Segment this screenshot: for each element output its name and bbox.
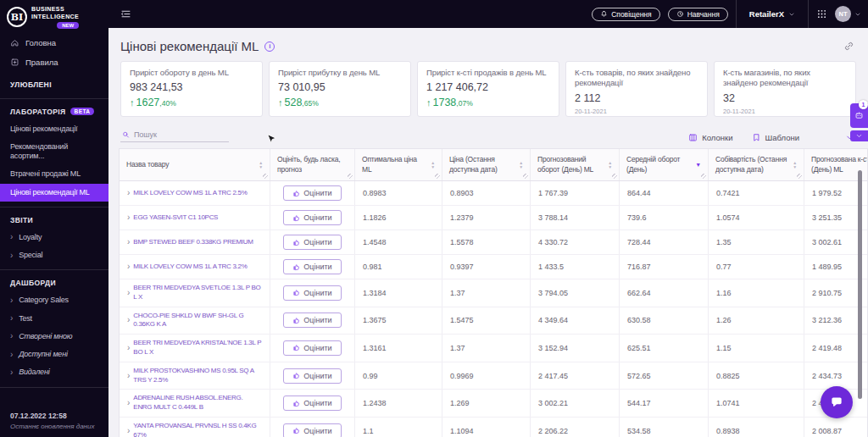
sidebar: BI BUSINESS INTELLIGENCE NEW ГоловнаПрав… bbox=[0, 0, 108, 437]
rate-button[interactable]: Оцінити bbox=[283, 259, 341, 274]
product-name-cell: ›MILK LOVELY COW MS 1L A TRC 3.2% bbox=[120, 255, 270, 279]
column-header-5[interactable]: Прогнозований оборот (День) ML▲▼ bbox=[531, 149, 620, 180]
sidebar-item-4-4[interactable]: ›Доступні мені bbox=[0, 346, 108, 363]
value-cell: 534.58 bbox=[620, 418, 709, 437]
info-icon[interactable]: i bbox=[264, 41, 275, 52]
vertical-scrollbar[interactable] bbox=[858, 170, 862, 399]
sidebar-item-2-3[interactable]: Втрачені продажі ML bbox=[0, 165, 108, 183]
sidebar-item-4-5[interactable]: ›Видалені bbox=[0, 363, 108, 381]
expand-row-icon[interactable]: › bbox=[127, 289, 130, 297]
expand-row-icon[interactable]: › bbox=[127, 213, 130, 222]
rate-button-label: Оцінити bbox=[303, 399, 331, 407]
rules-icon bbox=[10, 58, 19, 67]
topbar-divider bbox=[808, 0, 809, 28]
product-name-cell: ›EGG YASEN-SVIT C1 10PCS bbox=[120, 206, 270, 230]
cell-value: 739.6 bbox=[627, 213, 647, 222]
value-cell: 3 794.05 bbox=[531, 279, 620, 307]
training-button[interactable]: Навчання bbox=[668, 8, 728, 21]
sidebar-item-2-2[interactable]: Рекомендований асортим... bbox=[0, 138, 108, 166]
sidebar-item-4-1[interactable]: ›Category Sales bbox=[0, 291, 108, 309]
app-logo: BI BUSINESS INTELLIGENCE NEW bbox=[0, 0, 108, 33]
table-row-2: ›EGG YASEN-SVIT C1 10PCSОцінити1.18261.2… bbox=[120, 206, 868, 230]
sidebar-item-3-1[interactable]: ›Loyalty bbox=[0, 229, 108, 246]
column-header-6[interactable]: Середній оборот (День)▼ bbox=[620, 149, 709, 180]
kpi-label: Приріст прибутку в день ML bbox=[278, 68, 402, 78]
columns-button[interactable]: Колонки bbox=[688, 133, 732, 142]
sidebar-item-4-2[interactable]: ›Test bbox=[0, 310, 108, 328]
assistant-widget-button[interactable]: 1 bbox=[850, 103, 868, 128]
search-box[interactable] bbox=[120, 129, 229, 142]
rate-button[interactable]: Оцінити bbox=[283, 313, 341, 328]
home-icon bbox=[10, 38, 19, 47]
chevron-down-icon bbox=[855, 132, 863, 140]
expand-row-icon[interactable]: › bbox=[127, 189, 130, 197]
apps-grid-icon[interactable] bbox=[816, 8, 827, 19]
expand-row-icon[interactable]: › bbox=[127, 316, 130, 324]
notifications-button[interactable]: Сповіщення bbox=[592, 8, 660, 21]
expand-row-icon[interactable]: › bbox=[127, 427, 130, 435]
rate-button[interactable]: Оцінити bbox=[283, 285, 341, 301]
rate-button[interactable]: Оцінити bbox=[283, 396, 341, 411]
value-cell: 1.26 bbox=[709, 307, 804, 335]
column-header-7[interactable]: Собівартість (Остання доступна дата)▲▼ bbox=[709, 149, 804, 180]
kpi-delta: ↑1738,07% bbox=[426, 97, 550, 108]
cell-value: 2 910.75 bbox=[812, 289, 842, 297]
sidebar-item-4-3[interactable]: ›Створені мною bbox=[0, 328, 108, 346]
expand-row-icon[interactable]: › bbox=[127, 372, 130, 380]
expand-row-icon[interactable]: › bbox=[127, 344, 130, 352]
cell-value: 1.37 bbox=[450, 344, 465, 352]
table-row-7: ›BEER TRI MEDVEDYA KRISTAL'NOE 1.3L P BO… bbox=[120, 335, 868, 362]
value-cell: 2 417.45 bbox=[531, 362, 620, 390]
retailer-select[interactable]: RetailerX bbox=[744, 9, 800, 19]
product-name-cell: ›CHOCO-PIE SHKLD W BWF SH-GL G 0.36KG K … bbox=[120, 307, 270, 335]
kpi-delta-main: 1627 bbox=[136, 97, 160, 108]
page-title: Цінові рекомендації ML bbox=[120, 39, 259, 53]
column-header-4[interactable]: Ціна (Остання доступна дата)▲▼ bbox=[442, 149, 531, 180]
search-input[interactable] bbox=[134, 130, 227, 139]
rate-button[interactable]: Оцінити bbox=[283, 185, 341, 201]
rate-button[interactable]: Оцінити bbox=[283, 235, 341, 250]
user-menu[interactable]: NT bbox=[835, 6, 861, 22]
column-header-1[interactable]: Назва товару▲▼ bbox=[120, 149, 270, 180]
rate-button[interactable]: Оцінити bbox=[283, 210, 341, 225]
templates-button[interactable]: Шаблони bbox=[752, 133, 800, 142]
column-header-3[interactable]: Оптимальна ціна ML▲▼ bbox=[355, 149, 442, 180]
expand-row-icon[interactable]: › bbox=[127, 263, 130, 271]
cell-value: 625.51 bbox=[627, 344, 651, 352]
expand-row-icon[interactable]: › bbox=[127, 399, 130, 407]
product-name: BEER TRI MEDVEDYA SVETLOE 1.3L P BO L X bbox=[133, 284, 262, 302]
product-name: BEER TRI MEDVEDYA KRISTAL'NOE 1.3L P BO … bbox=[133, 339, 262, 357]
sidebar-toggle-icon[interactable] bbox=[120, 8, 131, 19]
expand-row-icon[interactable]: › bbox=[127, 238, 130, 246]
sidebar-item-top-2[interactable]: Правила bbox=[0, 53, 108, 72]
kpi-card-2: Приріст прибутку в день ML73 010,95↑528,… bbox=[269, 61, 411, 117]
cell-value: 864.44 bbox=[627, 189, 651, 197]
value-cell: 1.0574 bbox=[709, 206, 804, 230]
cell-value: 0.8825 bbox=[716, 372, 740, 380]
cell-value: 1.15 bbox=[716, 344, 732, 352]
rate-button[interactable]: Оцінити bbox=[283, 368, 341, 384]
sidebar-item-2-4[interactable]: Цінові рекомендації ML bbox=[0, 184, 108, 202]
cell-value: 1.16 bbox=[716, 289, 732, 297]
sidebar-item-label: Рекомендований асортим... bbox=[10, 142, 98, 162]
widget-collapse-button[interactable] bbox=[850, 130, 868, 141]
avatar: NT bbox=[835, 6, 851, 22]
new-badge: NEW bbox=[57, 22, 79, 29]
sidebar-item-top-1[interactable]: Головна bbox=[0, 33, 108, 53]
cell-value: 0.9397 bbox=[450, 263, 474, 271]
kpi-value: 32 bbox=[723, 92, 847, 104]
chevron-right-icon: › bbox=[10, 351, 13, 359]
share-link-icon[interactable] bbox=[843, 41, 854, 52]
thumbs-up-icon bbox=[292, 289, 300, 296]
sort-icon: ▲▼ bbox=[608, 161, 612, 169]
rate-button[interactable]: Оцінити bbox=[283, 423, 341, 437]
kpi-card-3: Приріст к-сті продажів в день ML1 217 40… bbox=[417, 61, 559, 117]
value-cell: 3 152.94 bbox=[531, 335, 620, 362]
topbar: Сповіщення Навчання RetailerX NT bbox=[108, 0, 868, 28]
cell-value: 1.0741 bbox=[716, 399, 740, 407]
sidebar-item-2-1[interactable]: Цінові рекомендації bbox=[0, 120, 108, 138]
chat-button[interactable] bbox=[821, 386, 853, 418]
chevron-right-icon: › bbox=[10, 252, 13, 260]
rate-button[interactable]: Оцінити bbox=[283, 340, 341, 356]
sidebar-item-3-2[interactable]: ›Special bbox=[0, 246, 108, 264]
